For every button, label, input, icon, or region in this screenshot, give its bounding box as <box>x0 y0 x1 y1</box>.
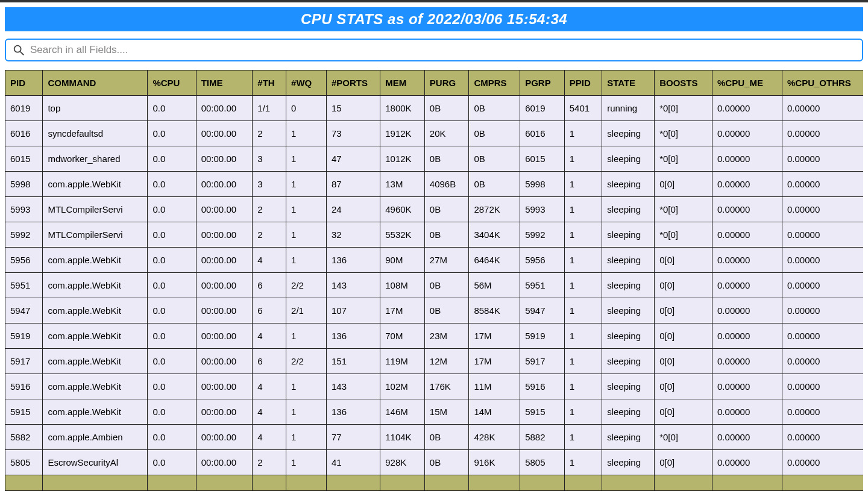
cell-cmprs: 0B <box>469 121 520 146</box>
cell-th: 4 <box>253 399 286 425</box>
table-row[interactable]: 6015mdworker_shared0.000:00.0031471012K0… <box>5 146 864 172</box>
column-header[interactable]: #TH <box>253 70 286 96</box>
cell-boosts: *0[0] <box>655 96 712 121</box>
cell-cpuoth: 0.00000 <box>782 197 864 222</box>
cell-state: sleeping <box>602 349 655 374</box>
table-row[interactable]: 5919com.apple.WebKit0.000:00.004113670M2… <box>5 324 864 349</box>
cell-command: com.apple.WebKit <box>43 324 148 349</box>
table-row[interactable]: 5993MTLCompilerServi0.000:00.0021244960K… <box>5 197 864 222</box>
cell-cmprs: 8584K <box>469 298 520 324</box>
cell-command: com.apple.WebKit <box>43 273 148 298</box>
column-header[interactable]: PGRP <box>520 70 565 96</box>
column-header[interactable]: STATE <box>602 70 655 96</box>
table-row[interactable]: 5947com.apple.WebKit0.000:00.0062/110717… <box>5 298 864 324</box>
cell-mem: 928K <box>380 450 425 475</box>
column-header[interactable]: COMMAND <box>43 70 148 96</box>
cell-command: syncdefaultsd <box>43 121 148 146</box>
table-row[interactable]: 5951com.apple.WebKit0.000:00.0062/214310… <box>5 273 864 298</box>
column-header[interactable]: MEM <box>380 70 425 96</box>
column-header[interactable]: #PORTS <box>327 70 380 96</box>
cell-mem: 102M <box>380 374 425 399</box>
cell-command: com.apple.WebKit <box>43 374 148 399</box>
cell-time: 00:00.00 <box>196 96 253 121</box>
column-header[interactable]: TIME <box>196 70 253 96</box>
cell-cpu: 0.0 <box>148 248 196 273</box>
table-row[interactable]: 5916com.apple.WebKit0.000:00.0041143102M… <box>5 374 864 399</box>
cell-command: MTLCompilerServi <box>43 197 148 222</box>
table-row[interactable]: 5805EscrowSecurityAl0.000:00.002141928K0… <box>5 450 864 475</box>
partial-row-cell <box>196 475 253 491</box>
cell-th: 6 <box>253 273 286 298</box>
cell-cpume: 0.00000 <box>712 450 782 475</box>
cell-cpume: 0.00000 <box>712 425 782 450</box>
cell-mem: 1800K <box>380 96 425 121</box>
cell-ppid: 1 <box>564 172 602 197</box>
cell-wq: 1 <box>286 197 327 222</box>
cell-cpuoth: 0.00000 <box>782 121 864 146</box>
cell-th: 4 <box>253 248 286 273</box>
cell-wq: 1 <box>286 121 327 146</box>
column-header[interactable]: CMPRS <box>469 70 520 96</box>
cell-ports: 136 <box>327 324 380 349</box>
column-header[interactable]: %CPU_OTHRS <box>782 70 864 96</box>
cell-cpuoth: 0.00000 <box>782 146 864 172</box>
partial-row-cell <box>424 475 469 491</box>
cell-wq: 2/1 <box>286 298 327 324</box>
cell-state: sleeping <box>602 324 655 349</box>
cell-wq: 1 <box>286 399 327 425</box>
cell-purg: 27M <box>424 248 469 273</box>
cell-purg: 12M <box>424 349 469 374</box>
cell-pgrp: 5919 <box>520 324 565 349</box>
cell-pid: 5993 <box>5 197 43 222</box>
cell-time: 00:00.00 <box>196 222 253 248</box>
cell-cpu: 0.0 <box>148 298 196 324</box>
cell-ports: 107 <box>327 298 380 324</box>
cell-ppid: 1 <box>564 399 602 425</box>
cell-cpume: 0.00000 <box>712 222 782 248</box>
column-header[interactable]: BOOSTS <box>655 70 712 96</box>
column-header[interactable]: PPID <box>564 70 602 96</box>
cell-wq: 1 <box>286 146 327 172</box>
partial-row-cell <box>148 475 196 491</box>
cell-th: 6 <box>253 349 286 374</box>
cell-pid: 5998 <box>5 172 43 197</box>
cell-command: EscrowSecurityAl <box>43 450 148 475</box>
cell-cpume: 0.00000 <box>712 324 782 349</box>
cell-cpume: 0.00000 <box>712 349 782 374</box>
svg-line-1 <box>20 51 24 55</box>
cell-ports: 15 <box>327 96 380 121</box>
cell-mem: 1912K <box>380 121 425 146</box>
column-header[interactable]: PURG <box>424 70 469 96</box>
cell-th: 1/1 <box>253 96 286 121</box>
cell-boosts: 0[0] <box>655 248 712 273</box>
cpu-stats-table: PIDCOMMAND%CPUTIME#TH#WQ#PORTSMEMPURGCMP… <box>5 70 863 491</box>
table-row[interactable]: 5998com.apple.WebKit0.000:00.00318713M40… <box>5 172 864 197</box>
cell-cmprs: 11M <box>469 374 520 399</box>
cell-cpu: 0.0 <box>148 324 196 349</box>
search-input[interactable] <box>30 44 856 56</box>
cell-purg: 15M <box>424 399 469 425</box>
cell-ports: 143 <box>327 273 380 298</box>
table-row[interactable]: 5917com.apple.WebKit0.000:00.0062/215111… <box>5 349 864 374</box>
cell-ports: 77 <box>327 425 380 450</box>
cell-purg: 20K <box>424 121 469 146</box>
cell-cpu: 0.0 <box>148 172 196 197</box>
svg-point-0 <box>14 46 21 52</box>
table-row[interactable]: 5956com.apple.WebKit0.000:00.004113690M2… <box>5 248 864 273</box>
column-header[interactable]: %CPU_ME <box>712 70 782 96</box>
column-header[interactable]: %CPU <box>148 70 196 96</box>
table-row[interactable]: 5882com.apple.Ambien0.000:00.0041771104K… <box>5 425 864 450</box>
cell-cmprs: 2872K <box>469 197 520 222</box>
cell-command: com.apple.Ambien <box>43 425 148 450</box>
column-header[interactable]: PID <box>5 70 43 96</box>
cell-purg: 23M <box>424 324 469 349</box>
table-row[interactable]: 6019top0.000:00.001/10151800K0B0B6019540… <box>5 96 864 121</box>
cell-cpuoth: 0.00000 <box>782 172 864 197</box>
table-row[interactable]: 6016syncdefaultsd0.000:00.0021731912K20K… <box>5 121 864 146</box>
cell-cpuoth: 0.00000 <box>782 399 864 425</box>
table-row[interactable]: 5992MTLCompilerServi0.000:00.0021325532K… <box>5 222 864 248</box>
cell-state: sleeping <box>602 399 655 425</box>
column-header[interactable]: #WQ <box>286 70 327 96</box>
table-row[interactable]: 5915com.apple.WebKit0.000:00.0041136146M… <box>5 399 864 425</box>
cell-cpuoth: 0.00000 <box>782 298 864 324</box>
